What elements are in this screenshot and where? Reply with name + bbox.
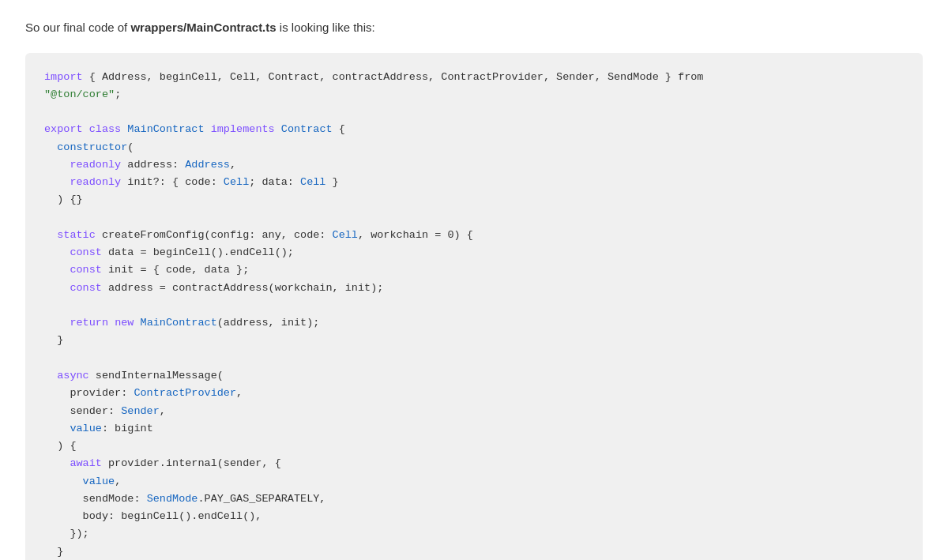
intro-filename: wrappers/MainContract.ts (130, 21, 276, 34)
intro-text-before: So our final code of (25, 21, 130, 34)
intro-paragraph: So our final code of wrappers/MainContra… (25, 19, 923, 37)
code-block: import { Address, beginCell, Cell, Contr… (25, 53, 923, 561)
intro-text-after: is looking like this: (276, 21, 375, 34)
